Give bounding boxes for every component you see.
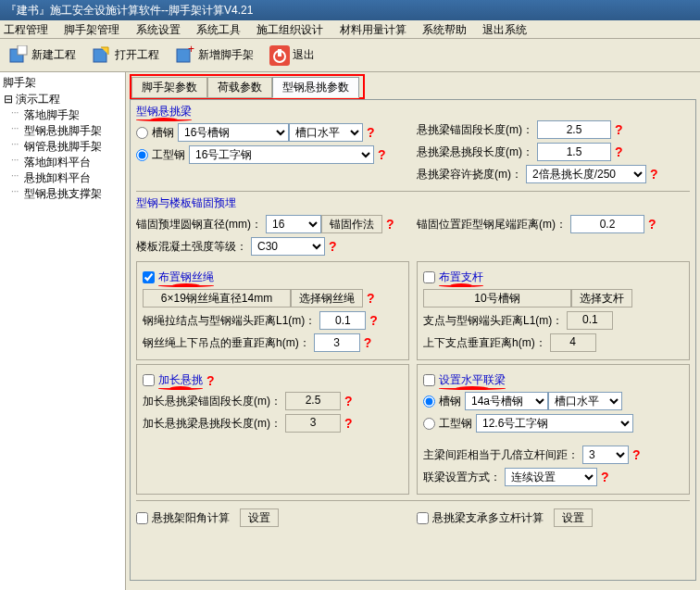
params-panel: 型钢悬挑梁 槽钢 16号槽钢 槽口水平［ ? 工型钢 16号工字钢 ?: [130, 99, 696, 581]
hbeam-r1[interactable]: [423, 395, 435, 408]
method-button[interactable]: 锚固作法: [321, 215, 382, 233]
help-icon[interactable]: ?: [386, 217, 394, 232]
menu-item[interactable]: 系统设置: [136, 23, 181, 36]
help-icon[interactable]: ?: [648, 217, 656, 232]
menu-bar: 工程管理 脚手架管理 系统设置 系统工具 施工组织设计 材料用量计算 系统帮助 …: [0, 20, 700, 39]
help-icon[interactable]: ?: [615, 144, 623, 159]
add-icon: +: [174, 44, 196, 67]
group-title: 型钢悬挑梁: [136, 104, 192, 119]
defl-select[interactable]: 2倍悬挑长度/250: [526, 165, 646, 183]
cant-len-input[interactable]: [537, 143, 611, 161]
help-icon[interactable]: ?: [615, 122, 623, 137]
select-wire-button[interactable]: 选择钢丝绳: [291, 289, 363, 308]
radio-ibeam[interactable]: [136, 149, 148, 161]
tree-root[interactable]: ⊟ 演示工程: [2, 92, 123, 107]
tree-title: 脚手架: [2, 74, 123, 92]
extend-check[interactable]: [143, 374, 155, 386]
hbeam-check[interactable]: [423, 374, 435, 386]
tree-item[interactable]: 型钢悬挑脚手架: [2, 123, 123, 139]
help-icon[interactable]: ?: [601, 470, 609, 484]
radio-channel[interactable]: [136, 127, 148, 139]
help-icon[interactable]: ?: [367, 291, 375, 306]
strut-spec: 10号槽钢: [423, 289, 571, 308]
strut-group: 布置支杆 10号槽钢选择支杆 支点与型钢端头距离L1(m)：0.1 上下支点垂直…: [417, 261, 690, 360]
add-scaffold-button[interactable]: + 新增脚手架: [170, 43, 257, 69]
exit-icon: [269, 44, 291, 67]
tab-bar: 脚手架参数 荷载参数 型钢悬挑参数: [130, 74, 365, 99]
dia-select[interactable]: 16: [266, 215, 321, 233]
new-icon: [7, 44, 30, 67]
anchor-len-input[interactable]: [537, 120, 611, 139]
help-icon[interactable]: ?: [344, 394, 353, 408]
tree-item[interactable]: 悬挑卸料平台: [2, 170, 123, 186]
ibeam-select[interactable]: 16号工字钢: [189, 145, 374, 164]
open-project-button[interactable]: 打开工程: [87, 43, 163, 69]
grade-select[interactable]: C30: [251, 237, 325, 256]
wire-spec: 6×19钢丝绳直径14mm: [143, 289, 291, 308]
tab-steel-params[interactable]: 型钢悬挑参数: [272, 77, 359, 98]
pos-input[interactable]: [570, 215, 644, 233]
menu-item[interactable]: 系统工具: [196, 23, 241, 36]
menu-item[interactable]: 系统帮助: [422, 23, 467, 36]
help-icon[interactable]: ?: [632, 447, 641, 462]
exit-button[interactable]: 退出: [265, 43, 319, 69]
help-icon[interactable]: ?: [364, 335, 372, 350]
strut-l1: 0.1: [567, 311, 613, 330]
span-select[interactable]: 3: [582, 446, 629, 464]
hbeam-orient[interactable]: 槽口水平［: [548, 392, 622, 410]
corner-set-button[interactable]: 设置: [240, 508, 279, 527]
ext-a: 2.5: [285, 392, 341, 410]
menu-item[interactable]: 脚手架管理: [64, 23, 119, 36]
tree-item[interactable]: 落地脚手架: [2, 107, 123, 123]
extend-group: 加长悬挑? 加长悬挑梁锚固段长度(m)：2.5? 加长悬挑梁悬挑段长度(m)：3…: [136, 364, 409, 495]
wire-rope-group: 布置钢丝绳 6×19钢丝绳直径14mm选择钢丝绳? 钢绳拉结点与型钢端头距离L1…: [136, 261, 409, 360]
tree-item[interactable]: 落地卸料平台: [2, 155, 123, 170]
tree-item[interactable]: 型钢悬挑支撑架: [2, 186, 123, 202]
menu-item[interactable]: 退出系统: [482, 23, 527, 36]
tree-item[interactable]: 钢管悬挑脚手架: [2, 139, 123, 155]
help-icon[interactable]: ?: [329, 239, 337, 254]
wire-check[interactable]: [143, 271, 155, 283]
svg-rect-1: [18, 45, 27, 55]
ext-b: 3: [285, 414, 341, 433]
hbeam-group: 设置水平联梁 槽钢14a号槽钢槽口水平［ 工型钢12.6号工字钢 主梁间距相当于…: [417, 364, 690, 495]
tab-scaffold-params[interactable]: 脚手架参数: [131, 77, 207, 98]
menu-item[interactable]: 材料用量计算: [340, 23, 406, 36]
help-icon[interactable]: ?: [378, 147, 386, 162]
hbeam-ch-select[interactable]: 14a号槽钢: [465, 392, 548, 410]
multi-set-button[interactable]: 设置: [554, 508, 593, 527]
select-strut-button[interactable]: 选择支杆: [571, 289, 632, 308]
open-icon: [91, 44, 113, 67]
help-icon[interactable]: ?: [369, 313, 378, 328]
strut-check[interactable]: [423, 271, 435, 283]
help-icon[interactable]: ?: [206, 373, 215, 388]
corner-check[interactable]: [136, 512, 148, 524]
hbeam-i-select[interactable]: 12.6号工字钢: [476, 414, 633, 433]
svg-text:+: +: [188, 45, 194, 56]
menu-item[interactable]: 工程管理: [4, 23, 48, 36]
strut-h: 4: [550, 333, 596, 352]
multi-check[interactable]: [417, 512, 429, 524]
new-project-button[interactable]: 新建工程: [4, 43, 80, 69]
wire-h-input[interactable]: [314, 333, 360, 352]
help-icon[interactable]: ?: [344, 416, 353, 431]
channel-select[interactable]: 16号槽钢: [178, 123, 289, 142]
mode-select[interactable]: 连续设置: [505, 468, 597, 486]
wire-l1-input[interactable]: [319, 311, 366, 330]
orient-select[interactable]: 槽口水平［: [289, 123, 363, 142]
menu-item[interactable]: 施工组织设计: [256, 23, 323, 36]
help-icon[interactable]: ?: [650, 167, 658, 182]
tree-panel: 脚手架 ⊟ 演示工程 落地脚手架 型钢悬挑脚手架 钢管悬挑脚手架 落地卸料平台 …: [0, 72, 126, 590]
toolbar: 新建工程 打开工程 + 新增脚手架 退出: [0, 39, 700, 72]
group-title: 型钢与楼板锚固预埋: [136, 195, 236, 211]
svg-rect-2: [94, 49, 106, 62]
help-icon[interactable]: ?: [367, 125, 375, 140]
hbeam-r2[interactable]: [423, 418, 435, 430]
window-title: 『建书』施工安全设施计算软件--脚手架计算V4.21: [0, 0, 700, 20]
tab-load-params[interactable]: 荷载参数: [207, 77, 272, 98]
